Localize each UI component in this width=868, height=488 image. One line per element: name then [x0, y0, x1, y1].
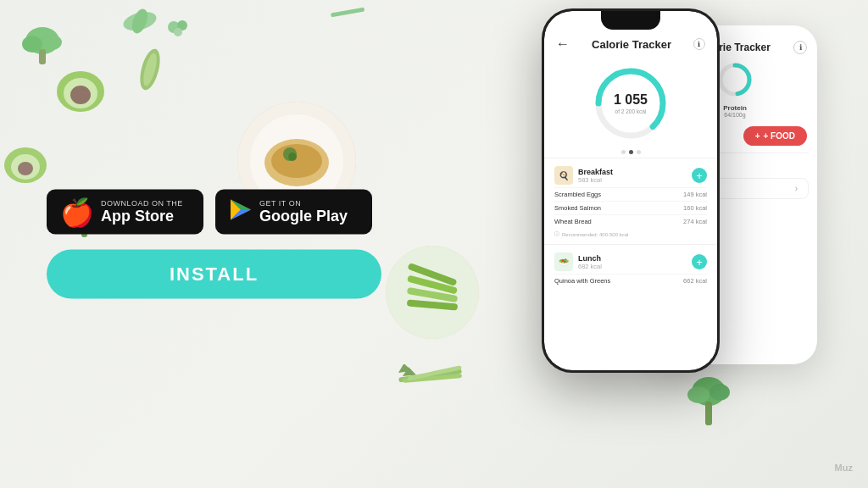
- svg-point-8: [70, 86, 91, 104]
- asparagus-plate: [386, 246, 479, 339]
- google-play-label-big: Google Play: [259, 207, 348, 225]
- breakfast-icon: 🍳: [554, 166, 573, 185]
- cucumber-icon: [136, 47, 165, 93]
- food-kcal-salmon: 160 kcal: [683, 204, 707, 212]
- dot-2: [629, 150, 633, 154]
- calorie-sub-value: of 2 200 kcal: [614, 108, 648, 114]
- phone-screen: ← Calorie Tracker ℹ 1 055 of 2 200 kcal: [544, 11, 717, 370]
- svg-point-20: [174, 28, 182, 36]
- lunch-header: 🥗 Lunch 682 kcal +: [554, 248, 707, 274]
- lunch-name: Lunch: [578, 254, 602, 263]
- calorie-circle: 1 055 of 2 200 kcal: [593, 65, 669, 141]
- breakfast-header: 🍳 Breakfast 583 kcal +: [554, 162, 707, 187]
- google-play-label-small: GET IT ON: [259, 198, 348, 207]
- food-name-bread: Wheat Bread: [554, 218, 592, 225]
- chevron-right-icon: ›: [795, 184, 798, 193]
- calorie-text: 1 055 of 2 200 kcal: [614, 93, 648, 114]
- recommend-text: ⓘ Recommended: 400-500 kcal: [554, 228, 707, 241]
- food-item-quinoa: Quinoa with Greens 662 kcal: [554, 274, 707, 287]
- food-item-bread: Wheat Bread 274 kcal: [554, 214, 707, 228]
- food-plus-icon: +: [755, 131, 760, 141]
- calorie-section: 1 055 of 2 200 kcal: [544, 58, 717, 147]
- info-icon: ℹ: [693, 38, 705, 50]
- google-play-text: GET IT ON Google Play: [259, 198, 348, 225]
- main-phone: ← Calorie Tracker ℹ 1 055 of 2 200 kcal: [542, 8, 720, 373]
- food-button[interactable]: + + FOOD: [743, 126, 807, 146]
- food-kcal-quinoa: 662 kcal: [683, 277, 707, 285]
- store-buttons: 🍎 Download on the App Store GET IT ON Go…: [47, 190, 381, 235]
- herb-icon-2: [165, 17, 191, 38]
- lunch-info: Lunch 682 kcal: [578, 254, 602, 270]
- avocado-icon-1: [51, 68, 110, 114]
- google-play-button[interactable]: GET IT ON Google Play: [215, 190, 372, 235]
- broccoli-icon-1: [17, 25, 68, 68]
- breakfast-info: Breakfast 583 kcal: [578, 168, 613, 184]
- breakfast-add-button[interactable]: +: [692, 168, 707, 183]
- food-item-eggs: Scrambled Eggs 149 kcal: [554, 187, 707, 201]
- main-phone-container: ← Calorie Tracker ℹ 1 055 of 2 200 kcal: [542, 8, 720, 488]
- calorie-main-value: 1 055: [614, 93, 648, 107]
- app-title: Calorie Tracker: [592, 38, 671, 51]
- dot-3: [637, 150, 641, 154]
- svg-point-2: [43, 35, 62, 50]
- breakfast-kcal: 583 kcal: [578, 176, 613, 184]
- breakfast-section: 🍳 Breakfast 583 kcal + Scrambled Eggs 14…: [544, 158, 717, 244]
- carousel-dots: [544, 150, 717, 154]
- back-icon[interactable]: ←: [556, 36, 570, 52]
- bg-info-icon: ℹ: [793, 41, 807, 54]
- lunch-title-group: 🥗 Lunch 682 kcal: [554, 252, 602, 271]
- asparagus-icon: [331, 4, 364, 19]
- install-button[interactable]: INSTALL: [47, 250, 381, 299]
- food-kcal-bread: 274 kcal: [683, 218, 707, 225]
- google-play-icon: [229, 198, 253, 226]
- protein-macro: Protein 64/100g: [716, 61, 754, 118]
- herb-icon: [119, 8, 161, 34]
- app-store-label-small: Download on the: [101, 198, 183, 207]
- app-store-text: Download on the App Store: [101, 198, 183, 225]
- breakfast-title-group: 🍳 Breakfast 583 kcal: [554, 166, 613, 185]
- food-item-salmon: Smoked Salmon 160 kcal: [554, 201, 707, 214]
- lunch-icon: 🥗: [554, 252, 573, 271]
- svg-point-38: [271, 144, 322, 178]
- svg-point-11: [18, 162, 33, 175]
- dot-1: [621, 150, 626, 154]
- protein-value: 64/100g: [716, 112, 754, 118]
- svg-point-40: [288, 152, 297, 161]
- svg-rect-3: [39, 49, 46, 64]
- svg-rect-25: [331, 8, 364, 18]
- recommend-label: Recommended: 400-500 kcal: [562, 232, 628, 237]
- food-name-eggs: Scrambled Eggs: [554, 191, 601, 198]
- svg-point-1: [22, 36, 42, 53]
- food-name-quinoa: Quinoa with Greens: [554, 277, 610, 285]
- app-store-label-big: App Store: [101, 207, 183, 225]
- food-button-label: + FOOD: [763, 131, 795, 141]
- lunch-add-button[interactable]: +: [692, 254, 707, 269]
- app-store-button[interactable]: 🍎 Download on the App Store: [47, 190, 203, 235]
- protein-label: Protein: [716, 104, 754, 112]
- food-kcal-eggs: 149 kcal: [683, 191, 707, 198]
- left-content: 🍎 Download on the App Store GET IT ON Go…: [47, 190, 381, 299]
- avocado-icon-2: [0, 144, 51, 186]
- lunch-kcal: 682 kcal: [578, 263, 602, 270]
- food-name-salmon: Smoked Salmon: [554, 204, 601, 212]
- breakfast-name: Breakfast: [578, 168, 613, 176]
- lunch-section: 🥗 Lunch 682 kcal + Quinoa with Greens 66…: [544, 244, 717, 291]
- asparagus-bunch: [398, 364, 466, 390]
- apple-icon: 🍎: [60, 198, 94, 225]
- phone-notch: [601, 11, 660, 30]
- watermark: Muz: [835, 463, 853, 473]
